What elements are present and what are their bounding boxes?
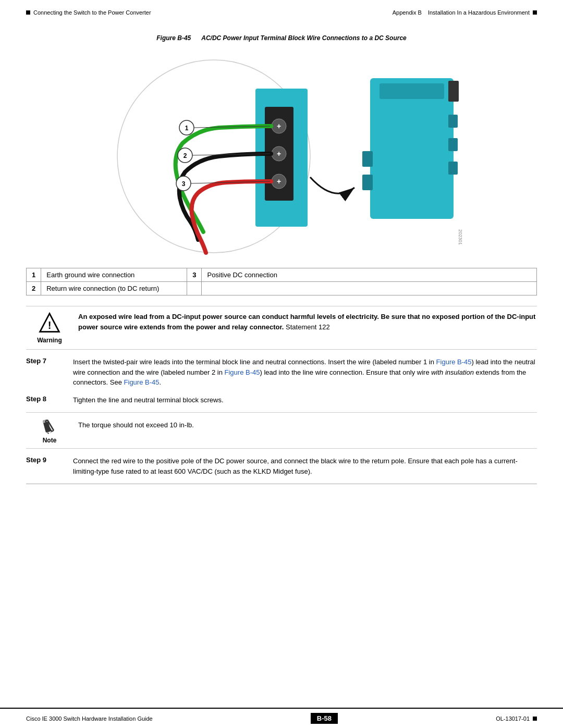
svg-text:+: +: [277, 177, 281, 186]
header-left: Connecting the Switch to the Power Conve…: [26, 9, 151, 16]
warning-triangle-icon: !: [38, 312, 61, 335]
image-id: 202301: [458, 229, 463, 245]
warning-text: An exposed wire lead from a DC-input pow…: [78, 312, 537, 332]
header-section-title: Installation In a Hazardous Environment: [428, 9, 530, 16]
page-footer: Cisco IE 3000 Switch Hardware Installati…: [0, 708, 563, 728]
footer-doc-id: OL-13017-01: [496, 715, 530, 722]
step-8-block: Step 8 Tighten the line and neutral term…: [26, 395, 537, 405]
figure-label: Figure B-45: [156, 34, 191, 42]
warning-label: Warning: [37, 337, 62, 344]
step-7-label: Step 7: [26, 357, 73, 365]
footer-right: OL-13017-01: [496, 715, 537, 722]
svg-rect-24: [362, 151, 373, 167]
table-row-1: 1 Earth ground wire connection 3 Positiv…: [27, 268, 537, 282]
warning-icon-area: ! Warning: [26, 312, 78, 344]
step-9-block: Step 9 Connect the red wire to the posit…: [26, 456, 537, 476]
svg-rect-19: [370, 78, 454, 219]
svg-text:!: !: [48, 319, 52, 331]
svg-rect-23: [448, 162, 458, 175]
svg-rect-20: [380, 83, 444, 99]
step7-link3[interactable]: Figure B-45: [124, 378, 160, 386]
step-9-label: Step 9: [26, 456, 73, 464]
svg-rect-25: [362, 175, 373, 190]
figure-caption: Figure B-45 AC/DC Power Input Terminal B…: [26, 34, 537, 42]
table-row-2: 2 Return wire connection (to DC return): [27, 282, 537, 295]
footer-right-icon: [533, 717, 537, 721]
header-left-icon: [26, 10, 30, 15]
step-9-content: Connect the red wire to the positive pol…: [73, 456, 537, 476]
warning-block: ! Warning An exposed wire lead from a DC…: [26, 306, 537, 350]
step7-link2[interactable]: Figure B-45: [225, 368, 260, 376]
warning-statement: Statement 122: [286, 323, 330, 331]
footer-left: Cisco IE 3000 Switch Hardware Installati…: [26, 715, 153, 722]
note-pencil-icon: [40, 417, 59, 436]
header-right-icon: [533, 10, 537, 15]
step7-italic: with insulation: [431, 368, 474, 376]
note-block: Note The torque should not exceed 10 in-…: [26, 412, 537, 449]
table-desc-3: Positive DC connection: [202, 268, 537, 282]
header-left-text: Connecting the Switch to the Power Conve…: [33, 9, 151, 16]
connection-table: 1 Earth ground wire connection 3 Positiv…: [26, 268, 537, 295]
svg-rect-26: [448, 81, 459, 102]
bottom-rule: [26, 484, 537, 484]
note-icon-area: Note: [26, 417, 78, 444]
svg-text:1: 1: [185, 125, 189, 132]
footer-page-number: B-58: [311, 713, 338, 724]
table-desc-1: Earth ground wire connection: [41, 268, 187, 282]
table-num-3: 3: [187, 268, 202, 282]
main-content: Figure B-45 AC/DC Power Input Terminal B…: [0, 19, 563, 530]
header-right: Appendix B Installation In a Hazardous E…: [393, 9, 537, 16]
note-text: The torque should not exceed 10 in-lb.: [78, 417, 537, 430]
figure-diagram: + + + 1 2: [94, 47, 469, 255]
table-desc-2: Return wire connection (to DC return): [41, 282, 187, 295]
note-label: Note: [43, 437, 57, 444]
table-empty-desc: [202, 282, 537, 295]
footer-guide-title: Cisco IE 3000 Switch Hardware Installati…: [26, 715, 153, 722]
step-8-label: Step 8: [26, 395, 73, 403]
step-7-content: Insert the twisted-pair wire leads into …: [73, 357, 537, 388]
svg-text:2: 2: [183, 152, 187, 159]
svg-text:+: +: [277, 122, 281, 130]
figure-caption-spacer: [193, 34, 200, 42]
figure-container: Figure B-45 AC/DC Power Input Terminal B…: [26, 34, 537, 255]
diagram-wrapper: + + + 1 2: [26, 47, 537, 255]
step7-link1[interactable]: Figure B-45: [436, 358, 472, 366]
svg-text:3: 3: [182, 180, 186, 188]
header-appendix: Appendix B: [393, 9, 422, 16]
table-num-2: 2: [27, 282, 41, 295]
svg-rect-21: [448, 115, 458, 128]
svg-rect-22: [448, 138, 458, 151]
step-7-block: Step 7 Insert the twisted-pair wire lead…: [26, 357, 537, 388]
table-num-1: 1: [27, 268, 41, 282]
table-empty-num: [187, 282, 202, 295]
svg-text:+: +: [277, 150, 281, 158]
figure-title: AC/DC Power Input Terminal Block Wire Co…: [201, 34, 407, 42]
step-8-content: Tighten the line and neutral terminal bl…: [73, 395, 537, 405]
page-header: Connecting the Switch to the Power Conve…: [0, 0, 563, 19]
